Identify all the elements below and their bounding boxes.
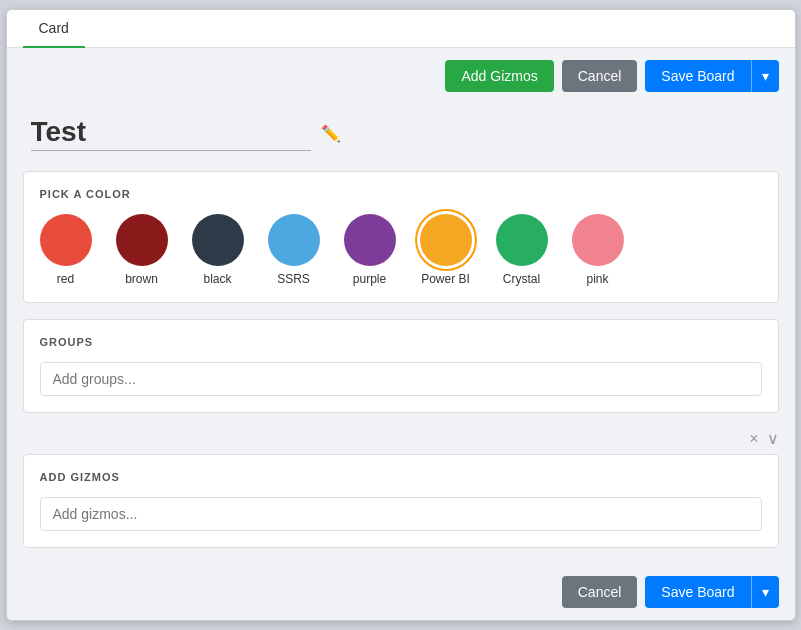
color-item-ssrs[interactable]: SSRS (268, 214, 320, 286)
color-item-crystal[interactable]: Crystal (496, 214, 548, 286)
groups-section: GROUPS (23, 319, 779, 413)
edit-icon: ✏️ (321, 124, 341, 143)
board-title-input[interactable] (31, 116, 311, 151)
color-picker: redbrownblackSSRSpurplePower BICrystalpi… (40, 214, 762, 286)
groups-input[interactable] (40, 362, 762, 396)
color-circle-red (40, 214, 92, 266)
color-circle-crystal (496, 214, 548, 266)
close-gizmos-button[interactable]: × (749, 429, 758, 448)
save-board-button-bottom[interactable]: Save Board (645, 576, 750, 608)
color-circle-ssrs (268, 214, 320, 266)
color-label-power-bi: Power BI (421, 272, 470, 286)
color-circle-power-bi (420, 214, 472, 266)
gizmos-input[interactable] (40, 497, 762, 531)
color-label-brown: brown (125, 272, 158, 286)
tab-bar: Card (7, 10, 795, 48)
save-board-dropdown-bottom[interactable]: ▾ (751, 576, 779, 608)
save-board-group-top: Save Board ▾ (645, 60, 778, 92)
collapse-gizmos-button[interactable]: ∨ (767, 429, 779, 448)
bottom-toolbar: Cancel Save Board ▾ (7, 564, 795, 620)
cancel-button-bottom[interactable]: Cancel (562, 576, 638, 608)
gizmos-outer: × ∨ ADD GIZMOS (23, 429, 779, 548)
color-item-pink[interactable]: pink (572, 214, 624, 286)
cancel-button-top[interactable]: Cancel (562, 60, 638, 92)
color-item-power-bi[interactable]: Power BI (420, 214, 472, 286)
color-circle-purple (344, 214, 396, 266)
chevron-down-icon: ▾ (762, 68, 769, 84)
chevron-down-icon-bottom: ▾ (762, 584, 769, 600)
title-area: ✏️ (7, 104, 795, 171)
top-toolbar: Add Gizmos Cancel Save Board ▾ (7, 48, 795, 104)
color-label-pink: pink (586, 272, 608, 286)
modal-container: Card Add Gizmos Cancel Save Board ▾ ✏️ P… (6, 9, 796, 621)
gizmos-section-title: ADD GIZMOS (40, 471, 762, 483)
color-item-brown[interactable]: brown (116, 214, 168, 286)
color-circle-black (192, 214, 244, 266)
save-board-group-bottom: Save Board ▾ (645, 576, 778, 608)
color-circle-pink (572, 214, 624, 266)
color-label-purple: purple (353, 272, 386, 286)
save-board-button-top[interactable]: Save Board (645, 60, 750, 92)
color-label-black: black (203, 272, 231, 286)
save-board-dropdown-top[interactable]: ▾ (751, 60, 779, 92)
color-item-purple[interactable]: purple (344, 214, 396, 286)
color-section: PICK A COLOR redbrownblackSSRSpurplePowe… (23, 171, 779, 303)
color-item-black[interactable]: black (192, 214, 244, 286)
add-gizmos-button[interactable]: Add Gizmos (445, 60, 553, 92)
color-label-crystal: Crystal (503, 272, 540, 286)
color-circle-brown (116, 214, 168, 266)
gizmos-section: ADD GIZMOS (23, 454, 779, 548)
color-item-red[interactable]: red (40, 214, 92, 286)
color-section-title: PICK A COLOR (40, 188, 762, 200)
gizmos-controls: × ∨ (23, 429, 779, 448)
groups-section-title: GROUPS (40, 336, 762, 348)
color-label-ssrs: SSRS (277, 272, 310, 286)
color-label-red: red (57, 272, 74, 286)
tab-card[interactable]: Card (23, 10, 85, 48)
